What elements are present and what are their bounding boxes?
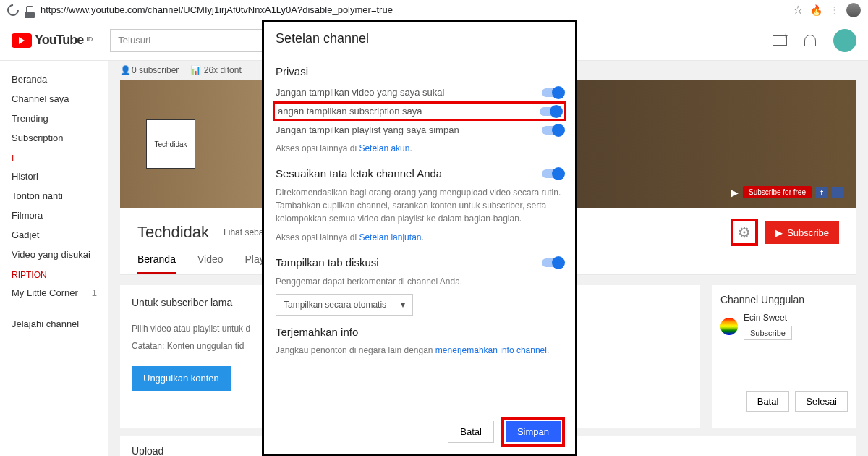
layout-row: Sesuaikan tata letak channel Anda	[276, 164, 563, 183]
account-settings-link[interactable]: Setelan akun	[359, 143, 409, 153]
fire-icon[interactable]: 🔥	[810, 4, 822, 16]
sidebar: Beranda Channel saya Trending Subscripti…	[0, 61, 109, 456]
privacy-liked-label: Jangan tampilkan video yang saya sukai	[276, 87, 444, 98]
modal-save-button[interactable]: Simpan	[506, 421, 561, 442]
privacy-playlist-toggle[interactable]	[542, 126, 563, 135]
featured-channel-panel: Channel Unggulan Ecin Sweet Subscribe Ba…	[712, 285, 856, 428]
featured-title: Channel Unggulan	[720, 294, 848, 305]
channel-avatar[interactable]: Techdidak	[146, 119, 195, 169]
sidebar-item-mylittle[interactable]: My Little Corner 1	[0, 283, 109, 303]
sidebar-item-subscription[interactable]: Subscription	[0, 128, 109, 148]
list-icon[interactable]	[832, 187, 843, 198]
discuss-row: Tampilkan tab diskusi	[276, 253, 563, 272]
settings-highlight: ⚙	[731, 219, 758, 246]
privacy-title: Privasi	[276, 65, 563, 77]
tab-home[interactable]: Beranda	[137, 246, 176, 274]
sidebar-item-browse[interactable]: Jelajahi channel	[0, 314, 109, 334]
star-icon[interactable]: ☆	[793, 3, 803, 17]
subscribe-button[interactable]: ▶ Subscribe	[765, 221, 839, 244]
channel-name: Techdidak	[137, 223, 209, 242]
sidebar-header-1: I	[0, 148, 109, 166]
tab-videos[interactable]: Video	[197, 246, 224, 274]
save-highlight: Simpan	[501, 417, 565, 447]
modal-cancel-button[interactable]: Batal	[448, 421, 494, 443]
privacy-subscription-label: angan tampilkan subscription saya	[278, 106, 422, 117]
sidebar-item-trending[interactable]: Trending	[0, 109, 109, 128]
layout-more: Akses opsi lainnya di Setelan lanjutan.	[276, 231, 563, 244]
notifications-icon[interactable]	[804, 35, 816, 46]
browser-avatar[interactable]	[846, 3, 861, 17]
reload-icon[interactable]	[5, 1, 22, 18]
layout-title: Sesuaikan tata letak channel Anda	[276, 167, 442, 180]
gear-icon[interactable]: ⚙	[736, 224, 752, 240]
done-button[interactable]: Selesai	[795, 391, 848, 412]
discuss-desc: Penggemar dapat berkomentar di channel A…	[276, 275, 563, 288]
channel-settings-modal: Setelan channel Privasi Jangan tampilkan…	[262, 20, 577, 456]
privacy-liked-row: Jangan tampilkan video yang saya sukai	[276, 83, 563, 101]
play-icon: ▶	[775, 227, 783, 238]
chevron-down-icon: ▾	[401, 300, 405, 310]
subscribe-free-badge[interactable]: Subscribe for free	[743, 186, 812, 198]
advanced-settings-link[interactable]: Setelan lanjutan	[359, 232, 421, 242]
youtube-play-icon	[12, 33, 32, 48]
youtube-region: ID	[86, 35, 93, 43]
sidebar-item-history[interactable]: Histori	[0, 166, 109, 186]
privacy-subscription-row: angan tampilkan subscription saya	[273, 101, 566, 121]
privacy-more: Akses opsi lainnya di Setelan akun.	[276, 142, 563, 155]
play-icon: ▶	[731, 187, 739, 198]
cancel-button[interactable]: Batal	[746, 391, 790, 412]
featured-subscribe-button[interactable]: Subscribe	[744, 326, 792, 340]
upload-icon[interactable]	[773, 35, 787, 46]
youtube-logo[interactable]: YouTube ID	[12, 33, 93, 48]
layout-desc: Direkomendasikan bagi orang-orang yang m…	[276, 186, 563, 225]
sidebar-item-filmora[interactable]: Filmora	[0, 206, 109, 225]
lock-icon	[26, 6, 33, 14]
translate-desc: Jangkau penonton di negara lain dengan m…	[276, 344, 563, 357]
views-icon: 📊	[190, 65, 201, 75]
browser-bar: https://www.youtube.com/channel/UCMIyj1i…	[0, 0, 868, 20]
sidebar-item-mychannel[interactable]: Channel saya	[0, 89, 109, 109]
sidebar-item-gadjet[interactable]: Gadjet	[0, 225, 109, 245]
translate-title: Terjemahkan info	[276, 326, 563, 338]
privacy-subscription-toggle[interactable]	[540, 107, 561, 116]
discuss-select-value: Tampilkan secara otomatis	[284, 300, 386, 310]
modal-title: Setelan channel	[264, 22, 575, 52]
privacy-playlist-row: Jangan tampilkan playlist yang saya simp…	[276, 121, 563, 139]
url-text[interactable]: https://www.youtube.com/channel/UCMIyj1i…	[41, 4, 786, 15]
sidebar-item-home[interactable]: Beranda	[0, 69, 109, 89]
subscriber-count: 0 subscriber	[132, 65, 179, 75]
subscriber-icon: 👤	[120, 65, 129, 71]
account-avatar[interactable]	[833, 29, 856, 52]
translate-link[interactable]: menerjemahkan info channel	[435, 345, 547, 355]
privacy-playlist-label: Jangan tampilkan playlist yang saya simp…	[276, 124, 459, 135]
sidebar-item-liked[interactable]: Video yang disukai	[0, 245, 109, 264]
sidebar-item-count: 1	[92, 287, 97, 298]
featured-avatar[interactable]	[720, 318, 738, 335]
discuss-title: Tampilkan tab diskusi	[276, 256, 379, 269]
sidebar-header-2: RIPTION	[0, 264, 109, 283]
featured-name[interactable]: Ecin Sweet	[744, 313, 792, 323]
sidebar-item-watchlater[interactable]: Tonton nanti	[0, 186, 109, 206]
facebook-icon[interactable]: f	[816, 187, 827, 198]
view-count: 26x ditont	[204, 65, 242, 75]
subscribe-label: Subscribe	[787, 227, 829, 238]
layout-toggle[interactable]	[542, 169, 563, 178]
discuss-select[interactable]: Tampilkan secara otomatis ▾	[276, 294, 413, 316]
youtube-text: YouTube	[35, 33, 83, 48]
discuss-toggle[interactable]	[542, 258, 563, 267]
privacy-liked-toggle[interactable]	[542, 88, 563, 97]
feature-content-button[interactable]: Unggulkan konten	[132, 366, 231, 391]
sidebar-item-label: My Little Corner	[12, 287, 78, 298]
modal-footer: Batal Simpan	[264, 410, 575, 454]
